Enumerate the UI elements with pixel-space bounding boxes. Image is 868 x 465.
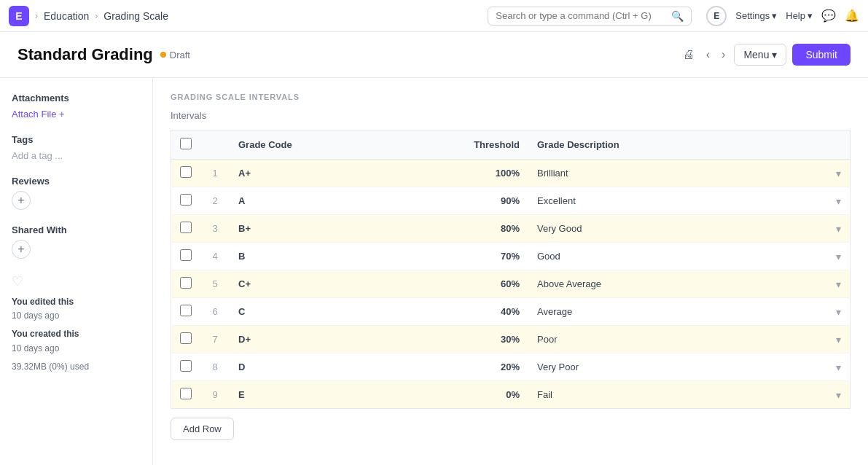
row-checkbox[interactable] [180,249,192,261]
settings-chevron-icon: ▾ [772,10,777,21]
search-icon: 🔍 [671,10,684,22]
tags-title: Tags [12,134,141,145]
draft-dot-icon [160,52,166,58]
back-icon[interactable]: ‹ [703,45,713,64]
add-review-button[interactable]: + [12,191,31,210]
row-menu-button[interactable]: ▾ [836,168,841,179]
table-row: 1 A+ 100% Brilliant ▾ [171,160,851,187]
breadcrumb-education[interactable]: Education [44,10,89,22]
nav-right-area: E Settings ▾ Help ▾ 💬 🔔 [706,6,859,26]
intervals-label: Intervals [171,110,851,121]
edited-meta: You edited this 10 days ago [12,295,141,323]
row-menu-button[interactable]: ▾ [836,306,841,318]
reviews-title: Reviews [12,176,141,187]
row-action-cell: ▾ [814,298,851,326]
row-number: 6 [200,298,230,326]
row-number: 5 [200,270,230,298]
grade-code-value: A [238,195,245,206]
row-action-cell: ▾ [814,243,851,270]
sidebar-attachments: Attachments Attach File + [12,93,141,120]
row-threshold: 40% [434,298,528,326]
print-icon[interactable]: 🖨 [680,45,697,64]
row-menu-button[interactable]: ▾ [836,223,841,235]
row-checkbox[interactable] [180,166,192,178]
row-checkbox-cell [171,270,201,298]
row-threshold: 100% [434,160,528,187]
row-checkbox[interactable] [180,388,192,399]
row-action-cell: ▾ [814,160,851,187]
row-action-cell: ▾ [814,215,851,243]
submit-button[interactable]: Submit [792,44,851,66]
created-meta: You created this 10 days ago [12,327,141,355]
row-number: 4 [200,243,230,270]
select-all-checkbox[interactable] [180,138,192,149]
row-checkbox-cell [171,298,201,326]
user-badge: E [706,6,727,26]
row-checkbox[interactable] [180,222,192,233]
main-layout: Attachments Attach File + Tags Add a tag… [0,78,868,465]
row-checkbox[interactable] [180,277,192,289]
row-checkbox-cell [171,381,201,409]
row-checkbox[interactable] [180,194,192,206]
add-tag-text[interactable]: Add a tag ... [12,150,63,161]
row-menu-button[interactable]: ▾ [836,362,841,373]
row-grade-code-cell: B [230,243,434,270]
menu-button[interactable]: Menu ▾ [734,44,786,66]
row-threshold: 0% [434,381,528,409]
breadcrumb-chevron-1: › [35,11,38,21]
header-grade-code: Grade Code [230,130,434,160]
chat-icon[interactable]: 💬 [821,9,836,23]
breadcrumb-chevron-2: › [95,11,98,21]
search-input[interactable] [496,10,667,21]
row-threshold: 80% [434,215,528,243]
row-description: Excellent [528,187,814,215]
search-box[interactable]: 🔍 [488,7,692,26]
notifications-icon[interactable]: 🔔 [845,9,859,23]
app-icon: E [9,6,29,26]
row-number: 1 [200,160,230,187]
table-row: 8 D 20% Very Poor ▾ [171,353,851,381]
header-action [814,130,851,160]
attachments-title: Attachments [12,93,141,103]
row-menu-button[interactable]: ▾ [836,278,841,290]
row-threshold: 70% [434,243,528,270]
row-menu-button[interactable]: ▾ [836,389,841,401]
storage-info: 39.32MB (0%) used [12,362,141,372]
add-shared-button[interactable]: + [12,240,31,259]
grade-code-value: E [238,389,245,400]
row-description: Good [528,243,814,270]
sidebar: Attachments Attach File + Tags Add a tag… [0,78,153,465]
attach-file-link[interactable]: Attach File + [12,109,65,120]
row-description: Poor [528,326,814,353]
help-button[interactable]: Help ▾ [786,10,813,21]
row-number: 2 [200,187,230,215]
heart-icon[interactable]: ♡ [12,273,141,289]
sidebar-meta: ♡ You edited this 10 days ago You create… [12,273,141,372]
grade-code-value: C+ [238,278,251,289]
row-threshold: 60% [434,270,528,298]
menu-chevron-icon: ▾ [772,49,777,60]
table-row: 2 A 90% Excellent ▾ [171,187,851,215]
table-row: 5 C+ 60% Above Average ▾ [171,270,851,298]
grade-code-value: B [238,251,245,262]
row-checkbox[interactable] [180,332,192,344]
sidebar-reviews: Reviews + [12,176,141,210]
settings-button[interactable]: Settings ▾ [735,10,777,21]
row-description: Brilliant [528,160,814,187]
row-menu-button[interactable]: ▾ [836,334,841,345]
grade-code-value: D [238,362,245,372]
forward-icon[interactable]: › [719,45,728,64]
status-badge: Draft [160,50,190,60]
add-row-button[interactable]: Add Row [171,418,234,440]
row-menu-button[interactable]: ▾ [836,195,841,207]
row-checkbox[interactable] [180,360,192,372]
row-checkbox[interactable] [180,305,192,316]
row-description: Above Average [528,270,814,298]
breadcrumb-grading-scale[interactable]: Grading Scale [103,10,168,22]
grading-scale-section-title: GRADING SCALE INTERVALS [171,93,851,101]
grade-code-value: C [238,306,245,317]
grading-table: Grade Code Threshold Grade Description 1… [171,130,851,409]
row-menu-button[interactable]: ▾ [836,251,841,262]
row-number: 3 [200,215,230,243]
top-nav: E › Education › Grading Scale 🔍 E Settin… [0,0,868,32]
